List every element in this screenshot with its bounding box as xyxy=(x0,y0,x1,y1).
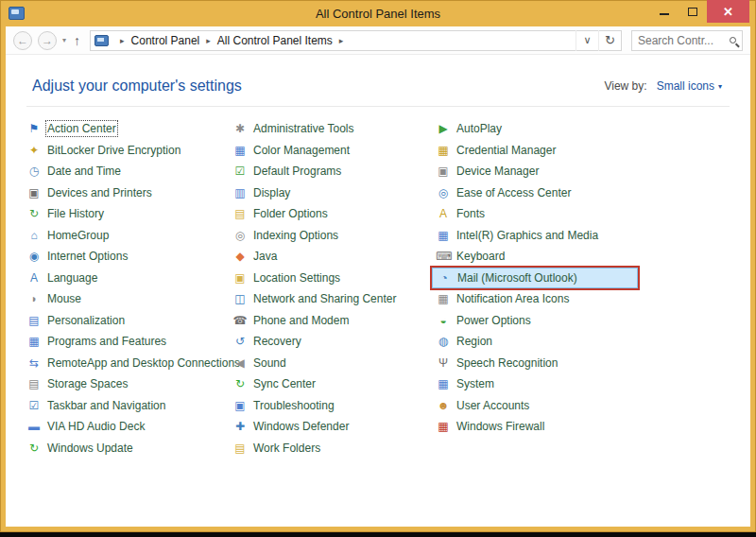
item-label: Language xyxy=(47,271,97,285)
control-panel-item[interactable]: ◆ Java xyxy=(232,246,436,268)
item-label: Credential Manager xyxy=(456,144,556,157)
control-panel-item[interactable]: ☻ User Accounts xyxy=(436,395,642,417)
item-label: Devices and Printers xyxy=(47,186,152,199)
admin-tools-icon: ✱ xyxy=(232,122,248,135)
item-label: Windows Firewall xyxy=(456,420,544,433)
homegroup-icon: ⌂ xyxy=(26,229,42,242)
notification-monitor-icon: ▦ xyxy=(436,292,451,305)
control-panel-item[interactable]: ▦ Notification Area Icons xyxy=(436,288,642,310)
display-monitor-icon: ▥ xyxy=(232,186,248,199)
control-panel-item[interactable]: ◒ Power Options xyxy=(436,310,642,332)
intel-graphics-icon: ▦ xyxy=(436,229,451,242)
control-panel-item[interactable]: ⌨ Keyboard xyxy=(436,246,642,268)
item-label: File History xyxy=(47,207,104,220)
up-button[interactable]: ↑ xyxy=(74,33,80,48)
control-panel-item[interactable]: ▦ Color Management xyxy=(232,140,436,162)
control-panel-item[interactable]: ☎ Phone and Modem xyxy=(232,310,436,332)
view-by-value[interactable]: Small icons xyxy=(657,79,714,93)
item-label: Fonts xyxy=(456,207,485,220)
address-dropdown-button[interactable]: ∨ xyxy=(576,30,598,51)
control-panel-item[interactable]: ◎ Ease of Access Center xyxy=(436,182,642,204)
breadcrumb-control-panel[interactable]: Control Panel xyxy=(131,34,200,47)
control-panel-item[interactable]: ▤ Personalization xyxy=(26,310,232,332)
view-by-label: View by: xyxy=(604,79,646,93)
control-panel-item[interactable]: ▣ Device Manager xyxy=(436,161,642,182)
back-button[interactable]: ← xyxy=(13,31,32,50)
search-input[interactable] xyxy=(638,34,726,47)
control-panel-item[interactable]: ◉ Internet Options xyxy=(26,246,232,268)
control-panel-item[interactable]: ▦ System xyxy=(436,373,642,395)
control-panel-item[interactable]: ⌂ HomeGroup xyxy=(26,225,232,247)
control-panel-item[interactable]: ↻ Windows Update xyxy=(26,438,232,459)
control-panel-item[interactable]: ◫ Network and Sharing Center xyxy=(232,288,436,310)
control-panel-item[interactable]: ▤ Work Folders xyxy=(232,438,436,459)
search-box[interactable] xyxy=(631,30,743,51)
control-panel-item[interactable]: ◀ Sound xyxy=(232,353,436,374)
item-label: Java xyxy=(253,250,277,263)
recent-pages-dropdown[interactable]: ▾ xyxy=(62,36,66,44)
item-label: User Accounts xyxy=(456,399,529,412)
control-panel-item[interactable]: ◍ Region xyxy=(436,331,642,353)
item-label: AutoPlay xyxy=(456,122,502,135)
control-panel-item[interactable]: ▣ Troubleshooting xyxy=(232,395,436,417)
control-panel-item[interactable]: ↻ Sync Center xyxy=(232,373,436,395)
control-panel-item[interactable]: ◗ Mouse xyxy=(26,288,232,310)
screen-edge xyxy=(0,532,756,537)
control-panel-item[interactable]: ↻ File History xyxy=(26,203,232,225)
personalization-monitor-icon: ▤ xyxy=(26,314,42,327)
control-panel-item[interactable]: ▤ Folder Options xyxy=(232,203,436,225)
control-panel-item[interactable]: ☑ Default Programs xyxy=(232,161,436,182)
item-label: System xyxy=(456,377,494,390)
breadcrumb-separator[interactable]: ▸ xyxy=(206,36,211,45)
mouse-icon: ◗ xyxy=(26,292,42,305)
control-panel-item[interactable]: ☑ Taskbar and Navigation xyxy=(26,395,232,417)
control-panel-item[interactable]: ▶ AutoPlay xyxy=(436,118,642,140)
item-label: Phone and Modem xyxy=(253,314,349,327)
address-bar[interactable]: ▸ Control Panel ▸ All Control Panel Item… xyxy=(90,30,622,51)
control-panel-item[interactable]: ▬ VIA HD Audio Deck xyxy=(26,416,232,438)
file-history-icon: ↻ xyxy=(26,207,42,220)
window-title: All Control Panel Items xyxy=(0,7,756,21)
forward-button[interactable]: → xyxy=(38,31,57,50)
control-panel-item[interactable]: ✦ BitLocker Drive Encryption xyxy=(26,140,232,162)
control-panel-item[interactable]: ▦ Programs and Features xyxy=(26,331,232,353)
speaker-icon: ◀ xyxy=(232,356,248,370)
minimize-button[interactable] xyxy=(650,0,679,21)
maximize-button[interactable] xyxy=(679,0,707,21)
close-button[interactable]: ✕ xyxy=(707,0,749,23)
control-panel-item[interactable]: ▦ Credential Manager xyxy=(436,140,642,162)
control-panel-item[interactable]: ✚ Windows Defender xyxy=(232,416,436,438)
control-panel-item[interactable]: ▣ Devices and Printers xyxy=(26,182,232,204)
item-label: Programs and Features xyxy=(47,335,166,348)
control-panel-item[interactable]: ▦ Intel(R) Graphics and Media xyxy=(436,225,642,247)
control-panel-item[interactable]: Ψ Speech Recognition xyxy=(436,353,642,374)
control-panel-item[interactable]: ▤ Storage Spaces xyxy=(26,373,232,395)
control-panel-item[interactable]: ▦ Windows Firewall xyxy=(436,416,642,438)
breadcrumb-separator[interactable]: ▸ xyxy=(339,36,344,45)
control-panel-item[interactable]: ◔ Mail (Microsoft Outlook) xyxy=(432,268,638,289)
control-panel-item[interactable]: ▣ Location Settings xyxy=(232,268,436,289)
item-label: Troubleshooting xyxy=(253,399,335,412)
item-label: Notification Area Icons xyxy=(456,292,569,305)
maximize-icon xyxy=(688,8,697,16)
control-panel-item[interactable]: ⇆ RemoteApp and Desktop Connections xyxy=(26,353,232,374)
control-panel-small-icon xyxy=(94,35,109,46)
control-panel-item[interactable]: ◷ Date and Time xyxy=(26,161,232,182)
breadcrumb-all-control-panel-items[interactable]: All Control Panel Items xyxy=(217,34,333,47)
item-label: Storage Spaces xyxy=(47,377,128,390)
refresh-button[interactable]: ↻ xyxy=(598,30,621,51)
breadcrumb-separator: ▸ xyxy=(120,36,125,45)
control-panel-item[interactable]: ↺ Recovery xyxy=(232,331,436,353)
mail-outlook-icon: ◔ xyxy=(437,271,452,285)
view-by-caret-icon[interactable]: ▾ xyxy=(718,82,722,91)
control-panel-item[interactable]: ⚑ Action Center xyxy=(26,118,232,140)
item-label: Intel(R) Graphics and Media xyxy=(456,229,598,242)
control-panel-item[interactable]: ✱ Administrative Tools xyxy=(232,118,436,140)
item-label: Mouse xyxy=(47,292,81,305)
control-panel-item[interactable]: A Language xyxy=(26,268,232,289)
control-panel-item[interactable]: ▥ Display xyxy=(232,182,436,204)
control-panel-item[interactable]: ◎ Indexing Options xyxy=(232,225,436,247)
control-panel-item[interactable]: A Fonts xyxy=(436,203,642,225)
location-icon: ▣ xyxy=(232,271,248,285)
item-label: Speech Recognition xyxy=(456,356,558,370)
